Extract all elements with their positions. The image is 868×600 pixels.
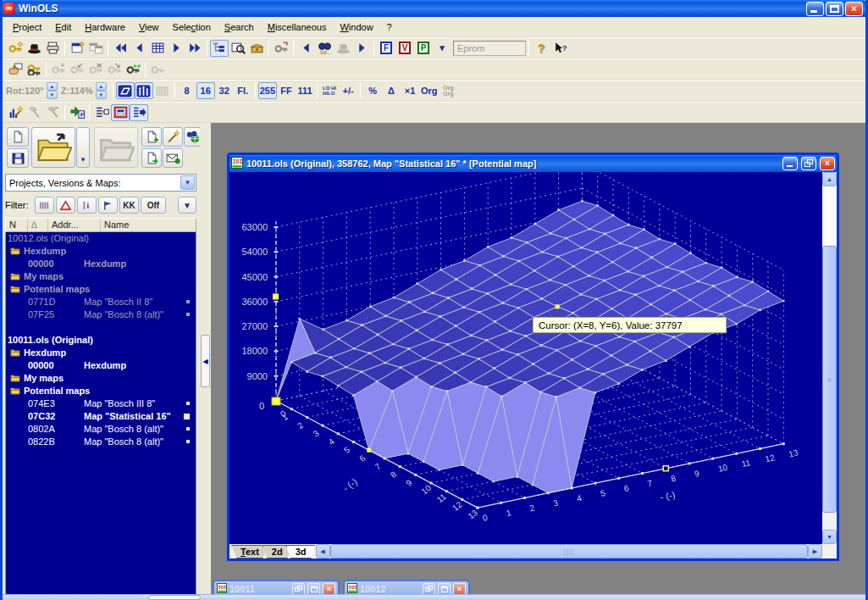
search-binoculars-icon[interactable]: IOI..: [315, 40, 334, 57]
map-vertical-scrollbar[interactable]: ▲ ≡ ▼: [822, 172, 837, 544]
hand-card-icon[interactable]: [6, 61, 25, 78]
scroll-thumb[interactable]: ≡: [822, 246, 837, 513]
key-single-icon[interactable]: [148, 61, 167, 78]
maximize-button[interactable]: [307, 583, 320, 594]
checker-f-icon[interactable]: F: [68, 104, 86, 121]
context-help-icon[interactable]: ?: [550, 40, 569, 57]
import-key-icon[interactable]: [6, 40, 25, 57]
menu-item-search[interactable]: Search: [218, 19, 261, 35]
nav-last-icon[interactable]: [185, 40, 204, 57]
menu-item-hardware[interactable]: Hardware: [78, 19, 132, 35]
scroll-track[interactable]: [822, 186, 837, 246]
map-horizontal-scrollbar[interactable]: ◀ |||| ▶: [316, 544, 823, 558]
minimized-window-10012[interactable]: IOI 10012 ×: [343, 580, 470, 594]
connect-icon[interactable]: [272, 40, 290, 57]
keys-pair-icon[interactable]: [25, 61, 43, 78]
filter-off-button[interactable]: Off: [141, 197, 166, 214]
zoom-preview-icon[interactable]: [229, 40, 247, 57]
surface-chart[interactable]: 9000180002700036000450005400063000012345…: [229, 172, 822, 544]
tree-row-074e3[interactable]: 074E3Map "Bosch III 8": [6, 397, 196, 410]
open-project-icon[interactable]: [31, 127, 75, 168]
dither-icon[interactable]: [153, 82, 172, 99]
tree-row-my-maps[interactable]: My maps: [6, 270, 196, 283]
import-project-icon[interactable]: [94, 127, 138, 168]
tree-row-potential-maps[interactable]: Potential maps: [6, 385, 196, 397]
search-next-icon[interactable]: [352, 40, 371, 57]
tab-3d[interactable]: 3d: [286, 545, 316, 558]
mdi-hscroll-thumb[interactable]: [148, 595, 201, 600]
zoom-spinner[interactable]: ▲▼: [96, 82, 107, 99]
tree-row-10011-ols-original-[interactable]: 10011.ols (Original): [6, 334, 196, 347]
minimized-window-10011[interactable]: IOI 10011 ×: [213, 580, 340, 594]
hardware-hat-icon[interactable]: [25, 40, 43, 57]
minimize-button[interactable]: [806, 2, 824, 16]
nav-first-icon[interactable]: [111, 40, 130, 57]
tree-row-0771d[interactable]: 0771DMap "Bosch II 8": [6, 296, 196, 308]
fmt-lohi-button[interactable]: LO HIHILO: [320, 82, 339, 99]
search-prev-icon[interactable]: [296, 40, 315, 57]
fmt-delta-button[interactable]: Δ: [382, 82, 401, 99]
tree-row-hexdump[interactable]: Hexdump: [6, 347, 196, 359]
list-insert-icon[interactable]: [92, 104, 111, 121]
map-window-titlebar[interactable]: IOI 10011.ols (Original), 358762, Map "S…: [229, 155, 837, 172]
fmt-bin-button[interactable]: 111: [296, 82, 314, 99]
view-mode-combobox[interactable]: Projects, Versions & Maps: ▼: [5, 174, 196, 192]
view-2d-icon[interactable]: [116, 82, 135, 99]
save-project-icon[interactable]: [7, 148, 29, 168]
close-button[interactable]: ×: [323, 583, 335, 594]
menu-item-project[interactable]: Project: [6, 19, 48, 35]
search-hat-icon[interactable]: [334, 40, 352, 57]
menu-item-selection[interactable]: Selection: [166, 19, 218, 35]
tree-row-potential-maps[interactable]: Potential maps: [6, 283, 196, 296]
open-dropdown-icon[interactable]: ▼: [76, 127, 90, 168]
params-dropdown-icon[interactable]: ▾: [433, 40, 451, 57]
nav-next-icon[interactable]: [167, 40, 185, 57]
filter-flag-icon[interactable]: [98, 197, 118, 214]
map-restore-button[interactable]: [801, 157, 816, 170]
list-apply-icon[interactable]: [130, 104, 148, 121]
tree-row-hexdump[interactable]: Hexdump: [6, 245, 196, 258]
width-16-button[interactable]: 16: [196, 82, 215, 99]
fmt-percent-button[interactable]: %: [363, 82, 382, 99]
scroll-up-icon[interactable]: ▲: [822, 172, 837, 186]
window-pair-icon[interactable]: [86, 40, 105, 57]
tree-header[interactable]: N ∆ Addr... Name: [5, 218, 196, 232]
fmt-org-button[interactable]: Org: [419, 82, 440, 99]
map-close-button[interactable]: ×: [820, 157, 835, 170]
menu-item-edit[interactable]: Edit: [48, 19, 78, 35]
map-wizard-icon[interactable]: [6, 104, 25, 121]
collapse-panel-button[interactable]: ◀: [201, 335, 210, 387]
map-minimize-button[interactable]: [782, 157, 798, 170]
menu-item-miscellaneous[interactable]: Miscellaneous: [261, 19, 334, 35]
tree-row-00000[interactable]: 00000Hexdump: [6, 359, 196, 372]
key-downright-icon[interactable]: [105, 61, 124, 78]
fmt-hex-button[interactable]: FF: [277, 82, 296, 99]
width-32-button[interactable]: 32: [215, 82, 234, 99]
menu-item-view[interactable]: View: [132, 19, 166, 35]
tree-row-07c32[interactable]: 07C32Map "Statistical 16": [6, 410, 196, 423]
filter-dropdown-button[interactable]: ▼: [178, 197, 196, 214]
version-wizard-icon[interactable]: [163, 127, 183, 147]
tree-row-00000[interactable]: 00000Hexdump: [6, 258, 196, 270]
tree-row-0802a[interactable]: 0802AMap "Bosch 8 (alt)": [6, 423, 196, 436]
key-strike-icon[interactable]: [86, 61, 105, 78]
new-project-icon[interactable]: [7, 127, 29, 147]
tree-row-my-maps[interactable]: My maps: [6, 372, 196, 385]
menu-item-window[interactable]: Window: [333, 19, 379, 35]
key-equal-icon[interactable]: =: [49, 61, 68, 78]
eprom-combobox[interactable]: Eprom: [453, 41, 526, 56]
menu-item-?[interactable]: ?: [380, 19, 399, 35]
view-3d-icon[interactable]: [135, 82, 153, 99]
scroll-down-icon[interactable]: ▼: [822, 530, 837, 544]
title-bar[interactable]: ∞ WinOLS ×: [0, 0, 868, 17]
scroll-left-icon[interactable]: ◀: [316, 544, 330, 558]
show-params-button[interactable]: P: [414, 40, 433, 57]
fmt-255-button[interactable]: 255: [258, 82, 277, 99]
key-upleft-icon[interactable]: [68, 61, 86, 78]
close-button[interactable]: ×: [845, 2, 863, 16]
chevron-down-icon[interactable]: ▼: [180, 175, 195, 190]
tree-row-10012-ols-original-[interactable]: 10012.ols (Original): [6, 232, 196, 245]
close-button[interactable]: ×: [453, 583, 466, 594]
restore-button[interactable]: [423, 583, 435, 594]
maximize-button[interactable]: [438, 583, 451, 594]
